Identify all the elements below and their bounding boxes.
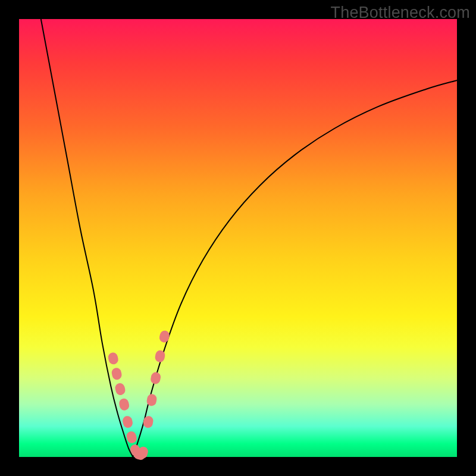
plot-area — [19, 19, 457, 457]
data-marker — [126, 430, 138, 444]
data-marker — [118, 397, 130, 411]
data-marker — [107, 352, 119, 365]
data-marker — [150, 371, 161, 385]
data-marker — [143, 415, 154, 428]
data-marker — [158, 330, 170, 343]
marker-group — [107, 330, 170, 461]
data-marker — [114, 382, 126, 396]
data-marker — [122, 415, 134, 429]
chart-frame: TheBottleneck.com — [0, 0, 476, 476]
data-marker — [111, 367, 123, 381]
curve-right-branch — [133, 80, 457, 457]
curve-layer — [19, 19, 457, 457]
